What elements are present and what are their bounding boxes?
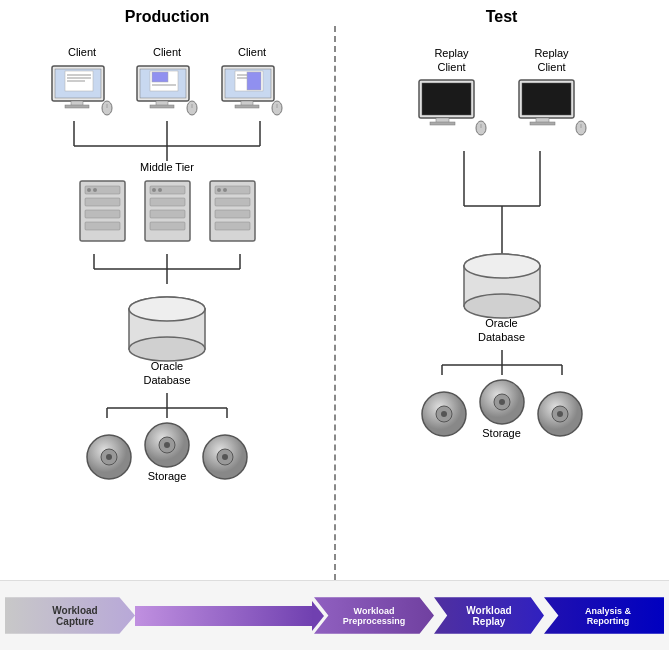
prod-db-container: Oracle Database: [122, 289, 212, 388]
prod-disc-2-icon: [142, 420, 192, 470]
bottom-banner: WorkloadCapture WorkloadPreprocessing Wo…: [0, 580, 669, 650]
workload-replay-arrow: WorkloadReplay: [434, 590, 544, 642]
production-header: Production: [0, 8, 334, 26]
svg-point-111: [557, 411, 563, 417]
client-1-label: Client: [68, 46, 96, 58]
svg-point-105: [441, 411, 447, 417]
server-to-db-lines: [57, 254, 277, 284]
test-db-icon: [457, 246, 547, 321]
replay-clients-row: ReplayClient ReplayClien: [414, 46, 589, 136]
svg-rect-16: [150, 105, 174, 108]
monitor-3-icon: [217, 61, 287, 116]
svg-rect-13: [152, 72, 168, 82]
prod-db-label: Oracle Database: [143, 359, 190, 388]
replay-to-db-lines: [402, 151, 602, 261]
analysis-reporting-arrow: Analysis &Reporting: [544, 590, 664, 642]
replay-client-1: ReplayClient: [414, 46, 489, 136]
svg-rect-52: [215, 198, 250, 206]
server-3-icon: [205, 176, 260, 251]
test-title: Test: [486, 8, 518, 25]
analysis-label: Analysis &Reporting: [577, 606, 631, 626]
svg-rect-79: [422, 83, 471, 115]
svg-point-108: [499, 399, 505, 405]
workload-capture-arrow: WorkloadCapture: [5, 590, 135, 642]
test-db-to-storage-lines: [402, 350, 602, 375]
client-1: Client: [47, 46, 117, 116]
prod-disc-1: [84, 432, 134, 482]
production-title: Production: [125, 8, 209, 25]
middle-tier-label: Middle Tier: [140, 161, 194, 173]
svg-point-96: [464, 294, 540, 318]
prod-disc-2: Storage: [142, 420, 192, 482]
svg-rect-85: [522, 83, 571, 115]
test-disc-3-icon: [535, 389, 585, 439]
svg-rect-87: [530, 122, 555, 125]
prod-storage-row: Storage: [84, 420, 250, 482]
test-disc-1: [419, 389, 469, 439]
prod-db-to-storage-lines: [67, 393, 267, 418]
preprocess-label: WorkloadPreprocessing: [343, 606, 406, 626]
client-to-tier-lines: [27, 121, 307, 161]
svg-point-51: [223, 188, 227, 192]
svg-rect-22: [247, 72, 261, 90]
svg-rect-54: [215, 222, 250, 230]
flow-arrow: [135, 606, 314, 626]
svg-point-36: [87, 188, 91, 192]
monitor-2-icon: [132, 61, 202, 116]
server-2-icon: [140, 176, 195, 251]
svg-rect-46: [150, 210, 185, 218]
svg-point-74: [164, 442, 170, 448]
replay-label: WorkloadReplay: [466, 605, 511, 627]
test-spacer: [402, 151, 602, 261]
svg-point-71: [106, 454, 112, 460]
test-storage-label: Storage: [482, 427, 521, 439]
test-side: ReplayClient ReplayClien: [334, 26, 669, 556]
client-2-label: Client: [153, 46, 181, 58]
svg-point-50: [217, 188, 221, 192]
diagram-area: Client: [0, 26, 669, 580]
test-disc-3: [535, 389, 585, 439]
svg-point-44: [158, 188, 162, 192]
prod-disc-3-icon: [200, 432, 250, 482]
test-db-container: Oracle Database: [457, 246, 547, 345]
replay-client-1-label: ReplayClient: [434, 46, 468, 75]
client-3-label: Client: [238, 46, 266, 58]
svg-rect-53: [215, 210, 250, 218]
replay-client-2-label: ReplayClient: [534, 46, 568, 75]
prod-disc-1-icon: [84, 432, 134, 482]
svg-rect-39: [85, 210, 120, 218]
test-storage-row: Storage: [419, 377, 585, 439]
middle-servers-row: [75, 176, 260, 251]
svg-point-63: [129, 297, 205, 321]
prod-db-icon: [122, 289, 212, 364]
prod-disc-3: [200, 432, 250, 482]
svg-rect-7: [65, 105, 89, 108]
prod-storage-label: Storage: [148, 470, 187, 482]
server-1-icon: [75, 176, 130, 251]
client-2: Client: [132, 46, 202, 116]
svg-rect-26: [235, 105, 259, 108]
client-3: Client: [217, 46, 287, 116]
test-disc-2: Storage: [477, 377, 527, 439]
replay-monitor-1-icon: [414, 78, 489, 136]
main-container: Production Test Client: [0, 0, 669, 650]
production-side: Client: [0, 26, 334, 556]
workload-preprocessing-arrow: WorkloadPreprocessing: [314, 590, 434, 642]
svg-point-37: [93, 188, 97, 192]
svg-point-97: [464, 254, 540, 278]
monitor-1-icon: [47, 61, 117, 116]
test-disc-2-icon: [477, 377, 527, 427]
capture-label: WorkloadCapture: [42, 605, 97, 627]
clients-row: Client: [47, 46, 287, 116]
svg-rect-47: [150, 222, 185, 230]
svg-rect-45: [150, 198, 185, 206]
test-db-label: Oracle Database: [478, 316, 525, 345]
test-header: Test: [334, 8, 669, 26]
svg-point-62: [129, 337, 205, 361]
svg-point-77: [222, 454, 228, 460]
svg-rect-40: [85, 222, 120, 230]
section-divider: [334, 26, 336, 580]
section-headers: Production Test: [0, 0, 669, 26]
svg-rect-81: [430, 122, 455, 125]
replay-monitor-2-icon: [514, 78, 589, 136]
